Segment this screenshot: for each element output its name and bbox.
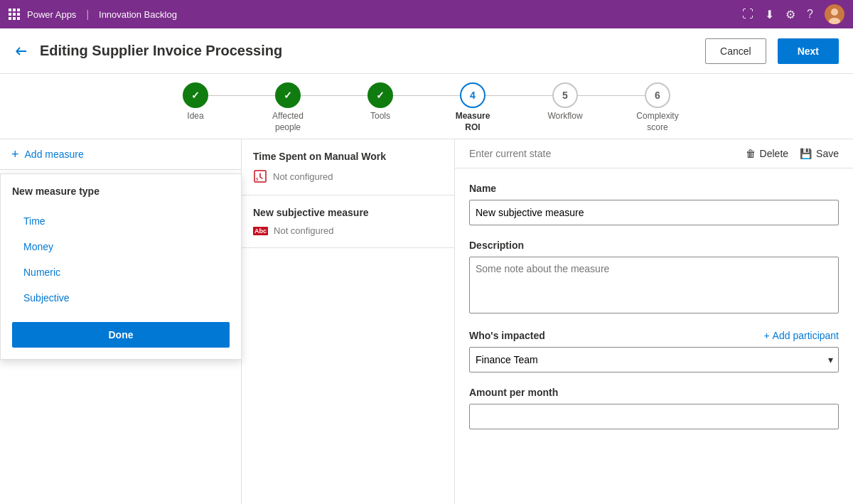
save-label: Save [816, 148, 839, 159]
right-panel-body: Name Description Who's impacted + Add pa… [455, 168, 853, 504]
step-label-workflow: Workflow [547, 111, 582, 122]
step-label-idea: Idea [187, 111, 203, 122]
step-label-measure: MeasureROI [456, 111, 490, 133]
topbar: Power Apps | Innovation Backlog ⛶ ⬇ ⚙ ? [0, 0, 853, 28]
project-name: Innovation Backlog [99, 9, 177, 20]
name-field-group: Name [469, 183, 839, 225]
back-button[interactable] [14, 44, 28, 58]
not-configured-subjective: Not configured [274, 225, 334, 236]
avatar[interactable] [825, 4, 844, 24]
add-participant-label: Add participant [773, 330, 839, 341]
step-circle-measure: 4 [460, 82, 485, 108]
app-name: Power Apps [27, 9, 76, 20]
name-input[interactable] [469, 200, 839, 225]
time-icon: $ [253, 169, 267, 183]
main-content: + Add measure Sug... Tim... Mo... Nu... … [0, 139, 853, 504]
option-money[interactable]: Money [12, 234, 230, 259]
whos-impacted-label: Who's impacted [469, 330, 545, 341]
step-label-affected: Affectedpeople [272, 111, 304, 133]
svg-text:$: $ [256, 177, 259, 181]
step-circle-affected: ✓ [275, 82, 301, 108]
enter-state-text: Enter current state [469, 148, 551, 159]
participant-select[interactable]: Finance Team IT Team Management Operatio… [469, 347, 839, 372]
cancel-button[interactable]: Cancel [705, 38, 766, 64]
not-configured-time: Not configured [273, 171, 333, 182]
done-button[interactable]: Done [12, 322, 230, 348]
add-measure-button[interactable]: + Add measure [0, 139, 241, 170]
settings-icon[interactable]: ⚙ [785, 8, 795, 21]
name-label: Name [469, 183, 839, 194]
dropdown-options: Time Money Numeric Subjective [12, 208, 230, 311]
step-label-tools: Tools [370, 111, 390, 122]
middle-panel: Time Spent on Manual Work $ Not configur… [242, 139, 455, 504]
participant-select-wrapper: Finance Team IT Team Management Operatio… [469, 347, 839, 372]
step-circle-idea: ✓ [183, 82, 208, 108]
delete-icon: 🗑 [746, 148, 756, 159]
measure-card-title-time: Time Spent on Manual Work [253, 151, 443, 162]
amount-label: Amount per month [469, 387, 839, 398]
header: Editing Supplier Invoice Processing Canc… [0, 28, 853, 74]
delete-button[interactable]: 🗑 Delete [746, 148, 788, 159]
topbar-divider: | [86, 9, 89, 20]
fit-screen-icon[interactable]: ⛶ [742, 8, 753, 21]
step-circle-complexity: 6 [645, 82, 670, 108]
dropdown-title: New measure type [12, 186, 230, 197]
measure-card-subjective[interactable]: New subjective measure Abc Not configure… [242, 195, 454, 248]
step-affected-people[interactable]: ✓ Affectedpeople [242, 82, 334, 133]
plus-icon: + [11, 148, 19, 161]
whos-impacted-field-group: Who's impacted + Add participant Finance… [469, 330, 839, 372]
right-panel: Enter current state 🗑 Delete 💾 Save Name [455, 139, 853, 504]
amount-input[interactable] [469, 404, 839, 429]
right-actions: 🗑 Delete 💾 Save [746, 148, 839, 159]
topbar-right: ⛶ ⬇ ⚙ ? [742, 4, 844, 24]
step-measure-roi[interactable]: 4 MeasureROI [426, 82, 519, 133]
step-circle-workflow: 5 [552, 82, 578, 108]
step-label-complexity: Complexityscore [636, 111, 678, 133]
right-panel-header: Enter current state 🗑 Delete 💾 Save [455, 139, 853, 168]
download-icon[interactable]: ⬇ [765, 8, 774, 21]
amount-field-group: Amount per month [469, 387, 839, 429]
measure-type-dropdown: New measure type Time Money Numeric Subj… [0, 173, 242, 360]
option-subjective[interactable]: Subjective [12, 285, 230, 311]
save-icon: 💾 [800, 148, 812, 159]
step-tools[interactable]: ✓ Tools [334, 82, 426, 133]
delete-label: Delete [760, 148, 788, 159]
step-circle-tools: ✓ [368, 82, 393, 108]
measure-card-title-subjective: New subjective measure [253, 207, 443, 218]
description-field-group: Description [469, 240, 839, 316]
option-numeric[interactable]: Numeric [12, 259, 230, 285]
step-idea[interactable]: ✓ Idea [149, 82, 242, 133]
add-measure-label: Add measure [25, 149, 84, 160]
grid-icon[interactable] [9, 9, 20, 20]
measure-card-status-subjective: Abc Not configured [253, 225, 443, 236]
whos-impacted-header: Who's impacted + Add participant [469, 330, 839, 341]
step-complexity[interactable]: 6 Complexityscore [611, 82, 704, 133]
steps-bar: ✓ Idea ✓ Affectedpeople ✓ Tools 4 Measur… [0, 74, 853, 139]
add-participant-plus-icon: + [763, 330, 769, 341]
step-workflow[interactable]: 5 Workflow [519, 82, 611, 133]
help-icon[interactable]: ? [807, 8, 813, 21]
svg-point-1 [831, 9, 838, 16]
option-time[interactable]: Time [12, 208, 230, 234]
save-button[interactable]: 💾 Save [800, 148, 839, 159]
page-title: Editing Supplier Invoice Processing [40, 43, 694, 59]
measure-card-status-time: $ Not configured [253, 169, 443, 183]
measure-card-time[interactable]: Time Spent on Manual Work $ Not configur… [242, 139, 454, 195]
description-label: Description [469, 240, 839, 251]
next-button[interactable]: Next [778, 38, 839, 64]
abc-icon: Abc [253, 227, 268, 235]
left-panel: + Add measure Sug... Tim... Mo... Nu... … [0, 139, 242, 504]
description-textarea[interactable] [469, 257, 839, 313]
add-participant-button[interactable]: + Add participant [763, 330, 839, 341]
